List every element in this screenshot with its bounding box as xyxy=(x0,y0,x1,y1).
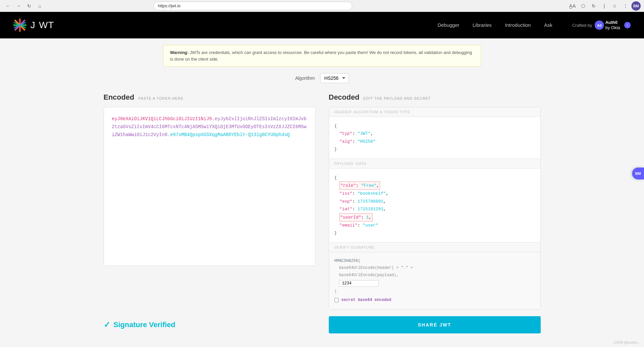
logo-text: J WT xyxy=(30,20,54,30)
verify-secret-input[interactable] xyxy=(339,280,379,287)
decoded-subtitle: EDIT THE PAYLOAD AND SECRET xyxy=(363,96,430,100)
header-section: HEADER: ALGORITHM & TOKEN TYPE { "typ": … xyxy=(329,107,541,159)
check-icon: ✓ xyxy=(104,320,110,329)
payload-iss-value: "bookshelf" xyxy=(358,191,386,196)
crafted-by-text: Crafted by xyxy=(572,23,592,28)
header-content[interactable]: { "typ": "JWT", "alg": "HS256" } xyxy=(329,117,540,159)
header-label: HEADER: ALGORITHM & TOKEN TYPE xyxy=(329,107,540,117)
jwt-logo-icon xyxy=(13,19,26,32)
top-nav: J WT Debugger Libraries Introduction Ask… xyxy=(0,12,644,38)
auth0-info-badge[interactable]: i xyxy=(624,22,631,28)
payload-exp-key: "exp" xyxy=(339,199,352,204)
nav-libraries[interactable]: Libraries xyxy=(472,22,492,28)
verify-section: VERIFY SIGNATURE HMACSHA256( base64UrlEn… xyxy=(329,243,541,310)
warning-prefix: Warning: xyxy=(170,50,189,55)
verify-func: HMACSHA256( xyxy=(334,259,361,263)
home-button[interactable]: ⌂ xyxy=(35,1,44,11)
profile-menu-icon[interactable]: ⋮ xyxy=(621,1,630,11)
reload-button[interactable]: ↻ xyxy=(25,1,34,11)
header-label-text: HEADER: xyxy=(334,110,354,114)
verify-content: HMACSHA256( base64UrlEncode(header) + ".… xyxy=(329,252,540,309)
back-button[interactable]: ← xyxy=(3,1,13,11)
header-typ-value: "JWT" xyxy=(358,131,371,136)
payload-sublabel: DATA xyxy=(356,162,367,166)
header-close-brace: } xyxy=(334,147,337,152)
nav-ask[interactable]: Ask xyxy=(544,22,552,28)
verify-line2: base64UrlEncode(payload), xyxy=(339,273,399,277)
decoded-panels: HEADER: ALGORITHM & TOKEN TYPE { "typ": … xyxy=(329,107,541,310)
nav-debugger[interactable]: Debugger xyxy=(437,22,459,28)
header-open-brace: { xyxy=(334,124,337,128)
share-btn-area: SHARE JWT xyxy=(329,316,541,333)
payload-userid-row: "userId": 1, xyxy=(339,213,372,222)
profile-avatar[interactable]: BM xyxy=(631,1,641,11)
verify-code: HMACSHA256( base64UrlEncode(header) + ".… xyxy=(334,258,535,304)
bottom-row: ✓ Signature Verified SHARE JWT xyxy=(90,310,554,333)
payload-userid-value: 1 xyxy=(366,215,369,220)
payload-iat-value: 1715181291 xyxy=(358,207,383,212)
payload-email-value: "user" xyxy=(363,223,378,228)
browser-chrome: ← → ↻ ⌂ https://jwt.io A̲A ⬡ ↻ | ☆ ⋮ BM xyxy=(0,0,644,12)
payload-label-text: PAYLOAD: xyxy=(334,162,356,166)
zoom-icon[interactable]: A̲A xyxy=(568,1,577,11)
payload-role-value: "Free" xyxy=(361,183,377,188)
avatar-initials: BM xyxy=(633,4,639,8)
browser-nav-buttons: ← → ↻ ⌂ xyxy=(3,1,44,11)
auth0-icon: A0 xyxy=(595,21,604,30)
warning-text: JWTs are credentials, which can grant ac… xyxy=(170,50,472,62)
main-content: Encoded PASTE A TOKEN HERE eyJ0eXAiOiJKV… xyxy=(90,93,554,310)
payload-role-key: "role" xyxy=(340,183,356,188)
payload-role-row: "role": "Free", xyxy=(339,181,380,190)
payload-email-key: "email" xyxy=(339,223,358,228)
payload-userid-key: "userId" xyxy=(340,215,361,220)
signature-verified: ✓ Signature Verified xyxy=(104,316,329,333)
payload-content[interactable]: { "role": "Free", "iss": "bookshelf", "e… xyxy=(329,169,540,242)
algorithm-select[interactable]: HS256 HS384 HS512 RS256 RS384 RS512 xyxy=(320,73,349,83)
auth0-text: Auth0by Okta xyxy=(605,20,620,30)
auth0-logo: A0 Auth0by Okta xyxy=(595,20,620,30)
crafted-by-area: Crafted by A0 Auth0by Okta i xyxy=(572,20,631,30)
browser-right-icons: A̲A ⬡ ↻ | ☆ ⋮ BM xyxy=(568,1,641,11)
warning-banner-wrapper: Warning: JWTs are credentials, which can… xyxy=(0,45,644,67)
divider: | xyxy=(600,1,609,11)
nav-links: Debugger Libraries Introduction Ask xyxy=(437,22,552,28)
payload-exp-value: 1715786091 xyxy=(358,199,383,204)
logo-link[interactable]: J WT xyxy=(13,19,54,32)
decoded-header: Decoded EDIT THE PAYLOAD AND SECRET xyxy=(329,93,541,102)
warning-banner: Warning: JWTs are credentials, which can… xyxy=(163,45,481,67)
url-text: https://jwt.io xyxy=(158,3,181,8)
decoded-title: Decoded xyxy=(329,93,360,102)
header-alg-value: "HS256" xyxy=(358,139,376,144)
algorithm-row: Algorithm HS256 HS384 HS512 RS256 RS384 … xyxy=(0,73,644,83)
svg-text:A0: A0 xyxy=(597,24,602,27)
payload-label: PAYLOAD: DATA xyxy=(329,159,540,169)
share-jwt-button[interactable]: SHARE JWT xyxy=(329,316,541,333)
verify-line1: base64UrlEncode(header) + "." + xyxy=(339,266,413,270)
payload-iss-key: "iss" xyxy=(339,191,352,196)
verify-checkbox-label: secret base64 encoded xyxy=(341,297,391,304)
forward-button[interactable]: → xyxy=(14,1,23,11)
encoded-title: Encoded xyxy=(104,93,134,102)
base64-checkbox[interactable] xyxy=(334,298,339,302)
token-part3: e97sMB4QpspXGSXqgMaARDYEblY-Q13lg8CYU8ph… xyxy=(170,132,290,137)
floating-initials: BM xyxy=(635,172,641,175)
verify-checkbox-row: secret base64 encoded xyxy=(334,297,535,304)
header-typ-key: "typ" xyxy=(339,131,352,136)
encoded-header: Encoded PASTE A TOKEN HERE xyxy=(104,93,316,102)
encoded-panel: Encoded PASTE A TOKEN HERE eyJ0eXAiOiJKV… xyxy=(104,93,329,310)
floating-avatar[interactable]: BM xyxy=(632,168,644,179)
token-box[interactable]: eyJ0eXAiOiJKV1QiLCJhbGciOiJIUzI1NiJ9.eyJ… xyxy=(104,107,316,266)
nav-introduction[interactable]: Introduction xyxy=(505,22,531,28)
signature-verified-text: Signature Verified xyxy=(114,321,175,329)
refresh-icon[interactable]: ↻ xyxy=(589,1,598,11)
header-sublabel: ALGORITHM & TOKEN TYPE xyxy=(354,110,410,114)
token-dot2: . xyxy=(168,132,170,137)
payload-iat-key: "iat" xyxy=(339,207,352,212)
header-alg-key: "alg" xyxy=(339,139,352,144)
verify-label: VERIFY SIGNATURE xyxy=(329,243,540,252)
watermark: CSDN @trucker... xyxy=(614,341,640,344)
address-bar[interactable]: https://jwt.io xyxy=(154,2,352,10)
extension-icon[interactable]: ⬡ xyxy=(578,1,588,11)
encoded-subtitle: PASTE A TOKEN HERE xyxy=(138,96,183,100)
star-icon[interactable]: ☆ xyxy=(610,1,619,11)
